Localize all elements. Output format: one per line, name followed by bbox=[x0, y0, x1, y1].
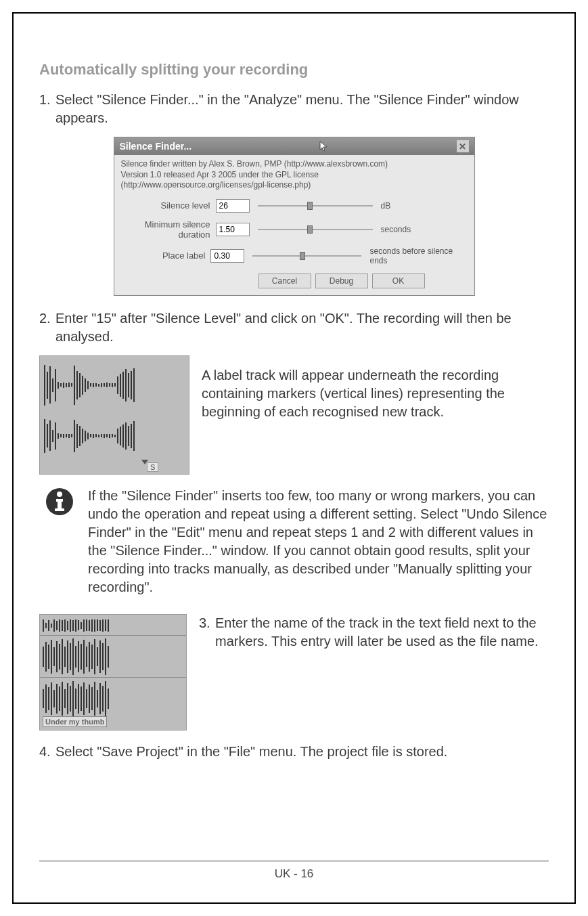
svg-point-1 bbox=[57, 492, 62, 497]
param-silence-level: Silence level dB bbox=[121, 199, 468, 213]
silence-level-slider[interactable] bbox=[258, 200, 373, 211]
step-number: 4. bbox=[39, 743, 55, 761]
min-duration-slider[interactable] bbox=[258, 224, 373, 235]
param-label: Silence level bbox=[121, 200, 216, 211]
silence-finder-dialog: Silence Finder... ✕ Silence finder writt… bbox=[114, 137, 475, 296]
param-unit: seconds bbox=[381, 225, 411, 234]
step-1: 1. Select "Silence Finder..." in the "An… bbox=[39, 91, 549, 127]
step-text: Enter the name of the track in the text … bbox=[215, 614, 549, 651]
param-label: Place label bbox=[121, 250, 211, 261]
paragraph-label-track: A label track will appear underneath the… bbox=[202, 355, 549, 421]
dialog-body: Silence finder written by Alex S. Brown,… bbox=[114, 155, 474, 295]
footer-divider bbox=[39, 860, 549, 862]
param-min-duration: Minimum silence duration seconds bbox=[121, 219, 468, 240]
param-unit: seconds before silence ends bbox=[369, 246, 467, 265]
dialog-titlebar: Silence Finder... ✕ bbox=[114, 137, 474, 155]
close-icon[interactable]: ✕ bbox=[457, 140, 469, 152]
desc-line: Silence finder written by Alex S. Brown,… bbox=[121, 159, 468, 170]
param-unit: dB bbox=[381, 201, 391, 211]
min-duration-input[interactable] bbox=[216, 223, 250, 236]
step-2: 2. Enter "15" after "Silence Level" and … bbox=[39, 309, 549, 346]
step-number: 3. bbox=[199, 614, 215, 651]
debug-button[interactable]: Debug bbox=[315, 274, 368, 288]
cancel-button[interactable]: Cancel bbox=[258, 274, 311, 288]
place-label-input[interactable] bbox=[210, 249, 244, 263]
desc-line: (http://www.opensource.org/licenses/gpl-… bbox=[121, 180, 468, 191]
cursor-icon bbox=[319, 141, 329, 152]
track-label-tag: S bbox=[147, 462, 158, 472]
svg-rect-3 bbox=[58, 499, 62, 510]
info-text: If the "Silence Finder" inserts too few,… bbox=[88, 487, 549, 596]
track-name-input[interactable]: Under my thumb bbox=[43, 716, 107, 727]
ok-button[interactable]: OK bbox=[372, 274, 425, 288]
illustration-waveform-labels: S bbox=[39, 355, 189, 475]
dialog-title-text: Silence Finder... bbox=[120, 141, 192, 152]
step-4: 4. Select "Save Project" in the "File" m… bbox=[39, 743, 549, 761]
desc-line: Version 1.0 released Apr 3 2005 under th… bbox=[121, 170, 468, 181]
place-label-slider[interactable] bbox=[252, 250, 361, 261]
step-text: Select "Silence Finder..." in the "Analy… bbox=[55, 91, 549, 127]
page-footer: UK - 16 bbox=[14, 867, 574, 881]
illustration-track-name: Under my thumb bbox=[39, 614, 187, 730]
param-label: Minimum silence duration bbox=[121, 219, 216, 240]
silence-level-input[interactable] bbox=[216, 199, 250, 213]
step-number: 2. bbox=[39, 309, 55, 346]
step-text: Enter "15" after "Silence Level" and cli… bbox=[55, 309, 549, 346]
step-3: 3. Enter the name of the track in the te… bbox=[199, 614, 549, 651]
step-text: Select "Save Project" in the "File" menu… bbox=[55, 743, 447, 761]
info-icon bbox=[45, 487, 74, 517]
svg-rect-4 bbox=[55, 508, 64, 511]
param-place-label: Place label seconds before silence ends bbox=[121, 246, 468, 265]
section-heading: Automatically splitting your recording bbox=[39, 61, 549, 79]
dialog-description: Silence finder written by Alex S. Brown,… bbox=[121, 159, 468, 191]
step-number: 1. bbox=[39, 91, 55, 127]
dialog-button-row: Cancel Debug OK bbox=[121, 274, 468, 288]
